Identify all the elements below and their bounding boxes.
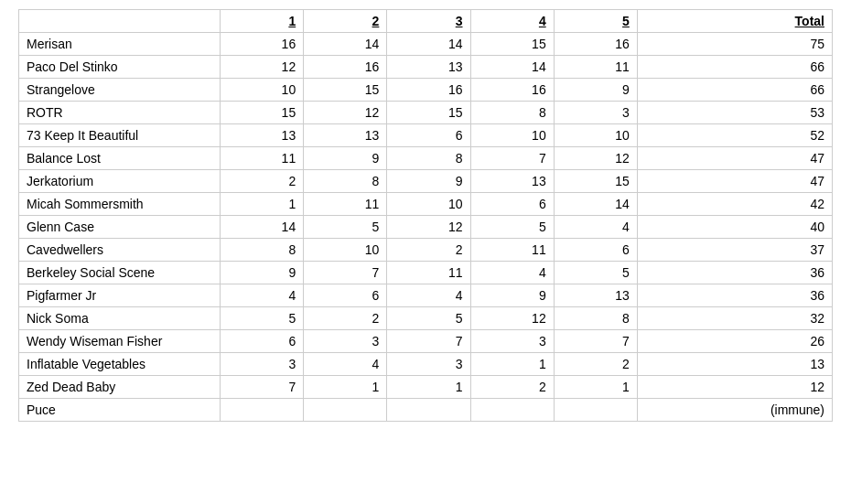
cell-total: 12 bbox=[637, 376, 832, 399]
cell-col5: 1 bbox=[554, 376, 637, 399]
table-row: Pigfarmer Jr46491336 bbox=[19, 284, 833, 307]
cell-col4: 1 bbox=[470, 353, 554, 376]
cell-col3: 13 bbox=[387, 56, 470, 79]
cell-col4: 8 bbox=[470, 102, 554, 124]
table-row: Inflatable Vegetables3431213 bbox=[19, 353, 833, 376]
cell-name: 73 Keep It Beautiful bbox=[19, 124, 221, 147]
cell-col5: 5 bbox=[554, 262, 637, 284]
cell-col3: 6 bbox=[387, 124, 470, 147]
cell-col4: 3 bbox=[470, 330, 554, 353]
cell-name: Nick Soma bbox=[19, 307, 221, 330]
cell-name: Inflatable Vegetables bbox=[19, 353, 221, 376]
table-row: ROTR1512158353 bbox=[19, 102, 833, 124]
cell-col4: 6 bbox=[470, 193, 554, 216]
cell-name: Pigfarmer Jr bbox=[19, 284, 221, 307]
cell-col1 bbox=[221, 399, 304, 422]
cell-col2: 9 bbox=[304, 147, 387, 170]
cell-col3: 4 bbox=[387, 284, 470, 307]
cell-col4: 2 bbox=[470, 376, 554, 399]
cell-col2: 13 bbox=[304, 124, 387, 147]
cell-total: 53 bbox=[637, 102, 832, 124]
table-row: Merisan161414151675 bbox=[19, 33, 833, 56]
cell-col5: 2 bbox=[554, 353, 637, 376]
cell-col3: 7 bbox=[387, 330, 470, 353]
cell-col4: 16 bbox=[470, 79, 554, 102]
cell-col5: 6 bbox=[554, 239, 637, 262]
cell-col4: 9 bbox=[470, 284, 554, 307]
cell-total: 37 bbox=[637, 239, 832, 262]
table-row: Nick Soma52512832 bbox=[19, 307, 833, 330]
table-row: Glenn Case145125440 bbox=[19, 216, 833, 239]
cell-total: 66 bbox=[637, 79, 832, 102]
cell-col4: 5 bbox=[470, 216, 554, 239]
cell-col3: 12 bbox=[387, 216, 470, 239]
header-row: 1 2 3 4 5 Total bbox=[19, 10, 833, 33]
cell-total: 32 bbox=[637, 307, 832, 330]
table-row: Jerkatorium289131547 bbox=[19, 170, 833, 193]
cell-col4: 7 bbox=[470, 147, 554, 170]
cell-col4: 12 bbox=[470, 307, 554, 330]
cell-col2: 8 bbox=[304, 170, 387, 193]
cell-col4: 4 bbox=[470, 262, 554, 284]
cell-total: 66 bbox=[637, 56, 832, 79]
table-row: Paco Del Stinko121613141166 bbox=[19, 56, 833, 79]
table-row: Wendy Wiseman Fisher6373726 bbox=[19, 330, 833, 353]
cell-col3: 5 bbox=[387, 307, 470, 330]
cell-name: Berkeley Social Scene bbox=[19, 262, 221, 284]
cell-name: Jerkatorium bbox=[19, 170, 221, 193]
cell-col1: 15 bbox=[221, 102, 304, 124]
cell-name: Glenn Case bbox=[19, 216, 221, 239]
cell-col1: 12 bbox=[221, 56, 304, 79]
cell-name: Zed Dead Baby bbox=[19, 376, 221, 399]
cell-col1: 13 bbox=[221, 124, 304, 147]
cell-col2: 4 bbox=[304, 353, 387, 376]
cell-col1: 6 bbox=[221, 330, 304, 353]
cell-total: 40 bbox=[637, 216, 832, 239]
cell-col4: 11 bbox=[470, 239, 554, 262]
cell-col2: 5 bbox=[304, 216, 387, 239]
cell-total: 13 bbox=[637, 353, 832, 376]
cell-col4: 10 bbox=[470, 124, 554, 147]
cell-col5: 15 bbox=[554, 170, 637, 193]
cell-col5: 3 bbox=[554, 102, 637, 124]
cell-col1: 11 bbox=[221, 147, 304, 170]
cell-col4 bbox=[470, 399, 554, 422]
cell-col3: 11 bbox=[387, 262, 470, 284]
cell-col1: 2 bbox=[221, 170, 304, 193]
cell-col2: 16 bbox=[304, 56, 387, 79]
cell-col4: 13 bbox=[470, 170, 554, 193]
table-row: Cavedwellers810211637 bbox=[19, 239, 833, 262]
cell-name: Puce bbox=[19, 399, 221, 422]
cell-name: Merisan bbox=[19, 33, 221, 56]
cell-col1: 1 bbox=[221, 193, 304, 216]
cell-col5: 12 bbox=[554, 147, 637, 170]
cell-col5: 10 bbox=[554, 124, 637, 147]
header-col1: 1 bbox=[221, 10, 304, 33]
cell-col2: 12 bbox=[304, 102, 387, 124]
cell-col3: 14 bbox=[387, 33, 470, 56]
cell-col2: 10 bbox=[304, 239, 387, 262]
cell-name: Paco Del Stinko bbox=[19, 56, 221, 79]
cell-total: 36 bbox=[637, 284, 832, 307]
main-container: 1 2 3 4 5 Total Merisan161414151675Paco … bbox=[0, 0, 851, 431]
cell-col2: 11 bbox=[304, 193, 387, 216]
cell-col1: 5 bbox=[221, 307, 304, 330]
table-row: Balance Lost119871247 bbox=[19, 147, 833, 170]
cell-col2: 7 bbox=[304, 262, 387, 284]
cell-col2 bbox=[304, 399, 387, 422]
cell-total: 26 bbox=[637, 330, 832, 353]
cell-col1: 10 bbox=[221, 79, 304, 102]
cell-col3: 2 bbox=[387, 239, 470, 262]
header-col4: 4 bbox=[470, 10, 554, 33]
cell-col2: 14 bbox=[304, 33, 387, 56]
cell-col3 bbox=[387, 399, 470, 422]
header-col3: 3 bbox=[387, 10, 470, 33]
cell-name: Cavedwellers bbox=[19, 239, 221, 262]
cell-col2: 3 bbox=[304, 330, 387, 353]
header-total: Total bbox=[637, 10, 832, 33]
cell-col3: 16 bbox=[387, 79, 470, 102]
cell-name: ROTR bbox=[19, 102, 221, 124]
table-row: Micah Sommersmith1111061442 bbox=[19, 193, 833, 216]
cell-col3: 15 bbox=[387, 102, 470, 124]
cell-col5: 16 bbox=[554, 33, 637, 56]
